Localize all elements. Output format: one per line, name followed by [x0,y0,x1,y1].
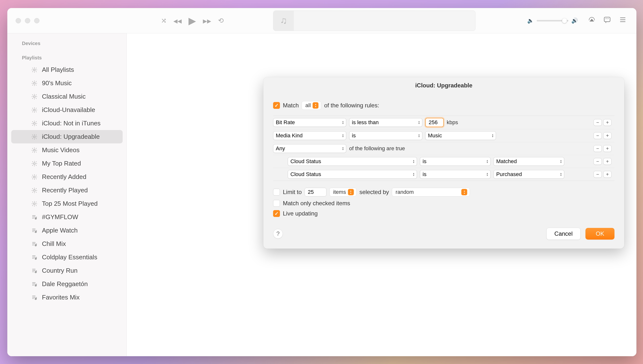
rule-field-select[interactable]: Any ▴▾ [273,144,346,153]
limit-unit-select[interactable]: items ▴▾ [329,188,356,196]
add-rule-button[interactable]: + [603,132,611,139]
sidebar-item[interactable]: 90's Music [11,76,123,90]
sidebar-item[interactable]: Apple Watch [11,224,123,237]
chevron-updown-icon: ▴▾ [492,134,493,138]
rule-buttons: − + [593,171,611,178]
chevron-updown-icon: ▴▾ [487,160,488,163]
sidebar-item[interactable]: Classical Music [11,90,123,103]
rule-field-select[interactable]: Cloud Status ▴▾ [288,170,417,179]
volume-slider[interactable] [537,20,568,22]
rule-op-select[interactable]: is ▴▾ [420,170,491,179]
rule-value-select[interactable]: Purchased ▴▾ [494,170,564,179]
rule-op-select[interactable]: is ▴▾ [420,157,491,166]
playlist-icon [31,281,38,287]
live-updating-checkbox[interactable] [273,210,280,217]
rule-field-select[interactable]: Cloud Status ▴▾ [288,157,417,166]
sidebar-item[interactable]: Top 25 Most Played [11,197,123,210]
gear-icon [31,94,38,100]
chevron-updown-icon: ▴▾ [342,134,344,138]
rule-value-select[interactable]: Matched ▴▾ [494,157,564,166]
rule-buttons: − + [593,158,611,165]
sidebar-item-label: #GYMFLOW [42,213,78,221]
sidebar-item[interactable]: Music Videos [11,144,123,157]
gear-icon [31,174,38,180]
close-window-button[interactable] [16,18,21,23]
rule-row-group: Any ▴▾ of the following are true − + [273,142,614,155]
shuffle-icon[interactable]: ⤨ [161,16,166,24]
ok-button[interactable]: OK [585,228,614,240]
rule-op-select[interactable]: is less than ▴▾ [349,118,422,127]
sidebar-item-label: iCloud-Unavailable [42,106,95,114]
repeat-icon[interactable]: ⟲ [218,16,224,24]
selected-by-select[interactable]: random ▴▾ [392,188,470,196]
remove-rule-button[interactable]: − [593,158,602,165]
rule-value-input[interactable] [425,118,444,127]
cancel-button[interactable]: Cancel [546,228,581,240]
remove-rule-button[interactable]: − [593,171,602,178]
match-row: Match all ▴▾ of the following rules: [273,101,614,110]
limit-unit-value: items [333,189,346,195]
svg-point-9 [33,136,35,138]
rule-field-value: Cloud Status [290,158,321,164]
airplay-icon[interactable] [588,16,595,25]
sidebar-header-devices: Devices [7,38,127,49]
sidebar-item-label: Top 25 Most Played [42,200,98,208]
sidebar-item-label: Country Run [42,267,78,274]
sidebar-item[interactable]: iCloud-Unavailable [11,103,123,117]
gear-icon [31,147,38,154]
play-icon[interactable]: ▶ [188,15,196,26]
sidebar-item[interactable]: Coldplay Essentials [11,250,123,264]
match-only-checkbox[interactable] [273,200,280,207]
lyrics-icon[interactable] [603,16,611,26]
sidebar-item-label: Recently Added [42,173,86,181]
sidebar-item-label: Dale Reggaetón [42,280,88,288]
sidebar-item[interactable]: All Playlists [11,63,123,76]
sidebar-item[interactable]: Recently Added [11,170,123,184]
playlist-icon [31,254,38,260]
sidebar-item[interactable]: #GYMFLOW [11,210,123,224]
limit-checkbox[interactable] [273,189,280,196]
maximize-window-button[interactable] [34,18,40,23]
stepper-icon: ▴▾ [348,189,354,195]
sidebar-item[interactable]: Country Run [11,264,123,277]
remove-rule-button[interactable]: − [593,145,602,152]
rule-field-value: Any [276,145,285,152]
add-rule-button[interactable]: + [603,145,611,152]
help-button[interactable]: ? [273,229,283,238]
svg-point-12 [33,176,35,178]
rule-row-nested: Cloud Status ▴▾ is ▴▾ Matched ▴▾ [273,155,614,168]
add-rule-button[interactable]: + [603,158,611,165]
remove-rule-button[interactable]: − [593,132,602,139]
svg-point-4 [33,69,35,71]
sidebar-item[interactable]: My Top Rated [11,157,123,170]
sidebar-item[interactable]: Dale Reggaetón [11,277,123,291]
dialog-title: iCloud: Upgradeable [263,77,624,94]
remove-rule-button[interactable]: − [593,119,602,126]
match-mode-select[interactable]: all ▴▾ [302,101,321,110]
sidebar-item[interactable]: Favorites Mix [11,291,123,304]
add-rule-button[interactable]: + [603,171,611,178]
sidebar-item[interactable]: Chill Mix [11,237,123,250]
next-track-icon[interactable]: ▸▸ [203,16,211,26]
sidebar-item[interactable]: iCloud: Not in iTunes [11,117,123,130]
limit-value-input[interactable] [305,188,326,196]
match-checkbox[interactable] [273,102,280,109]
queue-icon[interactable] [619,16,627,26]
rule-op-value: is less than [352,119,379,126]
volume-thumb[interactable] [562,18,567,23]
chevron-updown-icon: ▴▾ [487,172,488,176]
minimize-window-button[interactable] [25,18,30,23]
previous-track-icon[interactable]: ◂◂ [173,16,182,26]
match-only-row: Match only checked items [273,200,614,207]
sidebar-item[interactable]: Recently Played [11,184,123,197]
dialog-body: Match all ▴▾ of the following rules: Bit… [263,94,624,217]
rule-value-select[interactable]: Music ▴▾ [425,131,496,140]
chevron-updown-icon: ▴▾ [418,120,420,124]
rule-field-select[interactable]: Media Kind ▴▾ [273,131,346,140]
dialog-footer: ? Cancel OK [263,220,624,248]
rule-field-select[interactable]: Bit Rate ▴▾ [273,118,346,127]
add-rule-button[interactable]: + [603,119,611,126]
rule-op-select[interactable]: is ▴▾ [349,131,422,140]
sidebar-item[interactable]: iCloud: Upgradeable [11,130,123,144]
gear-icon [31,120,38,126]
